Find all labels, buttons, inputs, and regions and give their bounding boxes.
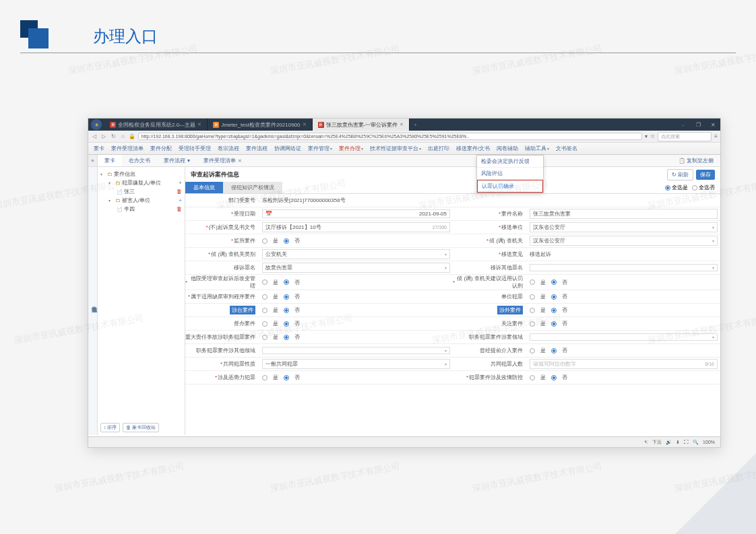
radio-group[interactable]: 是否 xyxy=(259,234,453,247)
menu-item[interactable]: 协调网络证 xyxy=(274,145,301,152)
add-icon[interactable]: + xyxy=(179,180,182,186)
radio-group[interactable]: 是否 xyxy=(527,290,720,303)
back-icon[interactable]: ◁ xyxy=(91,133,98,139)
text-input[interactable]: 请填写阿拉伯数字0/16 xyxy=(527,358,720,370)
tree-node[interactable]: ▾🗀犯罪嫌疑人/单位+ xyxy=(99,178,183,187)
dropdown-item-highlighted[interactable]: 认罪认罚确录 xyxy=(477,180,543,193)
radio-icon[interactable] xyxy=(284,238,289,244)
sort-button[interactable]: ↕ 排序 xyxy=(100,423,120,432)
forward-icon[interactable]: ▷ xyxy=(100,133,107,139)
menu-item[interactable]: 出庭打印 xyxy=(428,145,449,152)
dropdown-item[interactable]: 风险评估 xyxy=(477,168,543,180)
recycle-button[interactable]: 🗑 案卡回收站 xyxy=(123,423,159,432)
expand-icon[interactable]: ⛶ xyxy=(684,440,689,444)
close-window-icon[interactable]: ✕ xyxy=(705,122,720,128)
radio-icon[interactable] xyxy=(551,279,557,285)
speaker-icon[interactable]: 🔊 xyxy=(666,440,672,445)
home-icon[interactable]: ⌂ xyxy=(120,133,126,139)
text-input[interactable]: 张三故意伤害案 xyxy=(527,207,720,220)
radio-icon[interactable] xyxy=(284,279,289,285)
radio-icon[interactable] xyxy=(262,321,267,327)
radio-icon[interactable] xyxy=(530,375,535,380)
radio-icon[interactable] xyxy=(262,238,267,244)
zoom-icon[interactable]: 🔍 xyxy=(693,440,699,445)
radio-icon[interactable] xyxy=(530,294,535,300)
copy-left-link[interactable]: 📋复制至左侧 xyxy=(679,157,720,164)
add-icon[interactable]: + xyxy=(179,197,182,203)
select-all-no[interactable]: 全选否 xyxy=(692,184,715,191)
delete-icon[interactable]: 🗑 xyxy=(177,206,182,212)
radio-icon[interactable] xyxy=(530,279,535,285)
select-all-yes[interactable]: 全选是 xyxy=(665,184,688,191)
menu-item[interactable]: 案卡 xyxy=(94,145,104,152)
radio-icon[interactable] xyxy=(262,335,267,340)
select-input[interactable]: 公安机关▾ xyxy=(259,248,453,261)
search-input[interactable]: 点此搜索 xyxy=(658,132,712,141)
browser-tab[interactable]: 新全国检察业务应用系统2.0—主题✕ xyxy=(104,119,208,131)
menu-item[interactable]: 案件流程 xyxy=(246,145,267,152)
radio-icon[interactable] xyxy=(530,348,535,354)
radio-icon[interactable] xyxy=(551,308,557,313)
radio-group[interactable]: 是否 xyxy=(259,290,453,303)
collapse-icon[interactable]: » xyxy=(88,155,98,166)
menu-item[interactable]: 技术性证据审查平台▾ xyxy=(370,145,421,152)
menu-item[interactable]: 卷宗流程 xyxy=(218,145,239,152)
radio-icon[interactable] xyxy=(262,375,267,380)
radio-group[interactable]: 是否 xyxy=(527,344,720,357)
close-icon[interactable]: ✕ xyxy=(400,122,404,127)
url-input[interactable]: http://192.168.3.198:8000/gaHome?type=zb… xyxy=(138,133,642,140)
close-icon[interactable]: ✕ xyxy=(197,122,201,127)
menu-item-active[interactable]: 案件办理▾ xyxy=(339,145,363,152)
new-tab-button[interactable]: + xyxy=(410,122,421,128)
radio-group[interactable]: 是否 xyxy=(527,371,720,384)
save-button[interactable]: 保存 xyxy=(696,170,715,180)
select-input[interactable]: ▾ xyxy=(527,261,720,274)
radio-group[interactable]: 是否 xyxy=(527,275,720,290)
date-input[interactable]: 📅 2021-09-05 xyxy=(259,207,453,220)
radio-icon[interactable] xyxy=(262,294,267,300)
tree-leaf[interactable]: 📄李四🗑 xyxy=(99,205,183,213)
menu-icon[interactable]: ≡ xyxy=(714,133,718,139)
menu-item[interactable]: 辅助工具▾ xyxy=(525,145,549,152)
radio-icon[interactable] xyxy=(262,308,267,313)
radio-icon[interactable] xyxy=(530,321,535,327)
select-input[interactable]: 汉东省公安厅▾ xyxy=(527,234,720,247)
browser-tab-active[interactable]: 新张三故意伤害案-一审公诉案件✕ xyxy=(313,119,410,131)
nav-prev-icon[interactable]: ↸ xyxy=(644,440,648,445)
radio-group[interactable]: 是否 xyxy=(527,304,720,316)
radio-group[interactable]: 是否 xyxy=(259,304,453,316)
select-input[interactable]: ▾ xyxy=(527,331,720,343)
radio-icon[interactable] xyxy=(284,335,289,340)
sub-tab[interactable]: 案件受理清单 ✕ xyxy=(197,155,249,166)
radio-icon[interactable] xyxy=(284,321,289,327)
star-icon[interactable]: ☆ xyxy=(650,133,655,139)
radio-icon[interactable] xyxy=(284,308,289,313)
radio-icon[interactable] xyxy=(530,308,535,313)
delete-icon[interactable]: 🗑 xyxy=(177,189,182,195)
sub-tab[interactable]: 在办文书 xyxy=(122,155,157,166)
select-input[interactable]: 汉东省公安厅▾ xyxy=(527,221,720,234)
close-icon[interactable]: ✕ xyxy=(303,122,307,127)
tree-root[interactable]: ▾🗀案件信息 xyxy=(99,170,183,178)
select-input[interactable]: ▾ xyxy=(259,344,453,357)
dropdown-item[interactable]: 检委会决定执行反馈 xyxy=(477,156,543,168)
radio-icon[interactable] xyxy=(284,294,289,300)
download-icon[interactable]: ⬇ xyxy=(676,440,680,445)
side-strip[interactable]: 电子卷宗文书卷宗 xyxy=(88,167,98,435)
menu-item[interactable]: 案件管理▾ xyxy=(308,145,332,152)
radio-group[interactable]: 是否 xyxy=(259,275,453,290)
sub-tab[interactable]: 案件流程▾ xyxy=(157,155,197,166)
inner-tab-ip[interactable]: 侵犯知识产权情况 xyxy=(223,182,282,193)
menu-item[interactable]: 文书签名 xyxy=(556,145,577,152)
select-input[interactable]: 故意伤害罪▾ xyxy=(259,261,453,274)
refresh-button[interactable]: ↻刷新 xyxy=(667,169,693,180)
radio-icon[interactable] xyxy=(551,375,557,380)
menu-item[interactable]: 案件受理清单 xyxy=(111,145,144,152)
menu-item[interactable]: 案件分配 xyxy=(150,145,172,152)
radio-group[interactable]: 是否 xyxy=(527,317,720,330)
text-input[interactable]: 汉厅移诉【2021】10号27/300 xyxy=(259,221,453,234)
inner-tab-basic[interactable]: 基本信息 xyxy=(185,182,223,193)
maximize-icon[interactable]: ❐ xyxy=(691,122,705,128)
radio-group[interactable]: 是否 xyxy=(259,317,453,330)
menu-item[interactable]: 阅卷辅助 xyxy=(497,145,518,152)
